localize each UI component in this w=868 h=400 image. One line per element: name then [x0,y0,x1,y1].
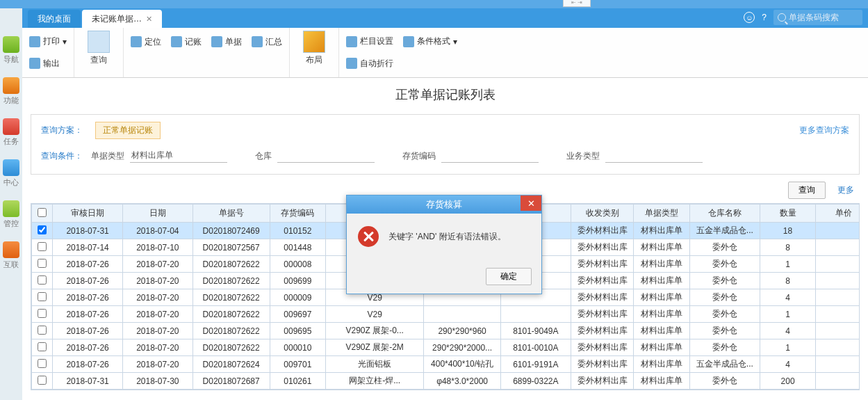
barcode-search-input[interactable] [789,13,858,22]
ribbon-toolbar: 打印 ▾ 输出 查询 定位 记账 单据 汇总 布局 栏目设置 条件格式 ▾ 自动… [22,28,868,78]
query-button-main[interactable]: 查询 [788,182,826,199]
query-button[interactable]: 查询 [81,31,116,66]
side-task[interactable]: 任务 [1,118,21,147]
cell: 委外材料出库 [571,373,634,390]
print-button[interactable]: 打印 ▾ [29,35,67,47]
cell: 2018-07-20 [122,289,193,306]
cell [816,323,860,339]
col-header[interactable]: 单据类型 [634,205,690,223]
dialog-close-button[interactable]: ✕ [521,195,541,211]
output-icon [29,58,40,69]
filter-panel: 查询方案： 正常单据记账 更多查询方案 查询条件： 单据类型材料出库单 仓库 存… [31,114,860,175]
cell [816,356,860,373]
cell: V290Z 展架-0... [326,323,424,339]
cell: 1 [760,256,816,273]
row-checkbox[interactable] [38,326,47,335]
colset-button[interactable]: 栏目设置 [346,35,393,47]
table-row[interactable]: 2018-07-262018-07-20D02018072622009697V2… [32,306,860,323]
row-checkbox[interactable] [38,242,47,251]
side-center[interactable]: 中心 [1,159,21,188]
row-checkbox[interactable] [38,225,47,234]
cond2-label: 仓库 [255,150,272,162]
output-button[interactable]: 输出 [29,58,60,70]
help-icon[interactable]: ? [762,13,767,22]
cell: D02018072687 [193,373,270,390]
cell: 2018-07-20 [122,323,193,339]
col-header[interactable]: 数量 [760,205,816,223]
close-tab-icon[interactable]: ✕ [146,10,152,28]
locate-button[interactable]: 定位 [131,36,161,48]
cell: 8101-0010A [500,339,571,356]
cell: 材料出库单 [634,323,690,339]
condfmt-button[interactable]: 条件格式 ▾ [403,35,457,47]
condfmt-icon [403,36,414,47]
cell: 8101-9049A [500,323,571,339]
cell: 200 [760,373,816,390]
layout-icon [303,31,325,53]
cell: 2018-07-26 [53,339,123,356]
autowrap-button[interactable]: 自动折行 [346,58,393,70]
cell: V290Z 展架-2M [326,339,424,356]
dialog-ok-button[interactable]: 确定 [486,268,532,285]
more-link[interactable]: 更多 [837,185,854,195]
summary-button[interactable]: 汇总 [252,36,282,48]
row-checkbox[interactable] [38,376,47,385]
col-header[interactable]: 单价 [816,205,860,223]
row-checkbox[interactable] [38,292,47,301]
tab-unposted-docs[interactable]: 未记账单据… ✕ [82,10,162,28]
cell: 2018-07-26 [53,356,123,373]
cell [816,256,860,273]
col-header[interactable]: 审核日期 [53,205,123,223]
row-checkbox[interactable] [38,342,47,351]
cond2-value[interactable] [277,149,375,163]
table-row[interactable]: 2018-07-262018-07-20D02018072622000010V2… [32,339,860,356]
cell: 2018-07-20 [122,356,193,373]
cell: 委外材料出库 [571,356,634,373]
col-header[interactable]: 单据号 [193,205,270,223]
table-row[interactable]: 2018-07-262018-07-20D02018072622009695V2… [32,323,860,339]
table-row[interactable]: 2018-07-312018-07-30D02018072687010261网架… [32,373,860,390]
post-icon [171,36,182,47]
cell: D02018072622 [193,323,270,339]
col-header[interactable]: 仓库名称 [690,205,760,223]
side-link[interactable]: 互联 [1,241,21,270]
cell [816,306,860,323]
error-dialog: 存货核算 ✕ 关键字 'AND' 附近有语法错误。 确定 [346,195,542,294]
row-checkbox[interactable] [38,275,47,285]
doc-button[interactable]: 单据 [211,36,242,48]
cell: 光面铝板 [326,356,424,373]
plan-chip[interactable]: 正常单据记账 [95,122,161,139]
cell: 6101-9191A [500,356,571,373]
post-button[interactable]: 记账 [171,36,202,48]
row-checkbox[interactable] [38,359,47,368]
col-header[interactable]: 日期 [122,205,193,223]
side-nav[interactable]: 导航 [1,36,21,65]
col-header[interactable]: 存货编码 [270,205,326,223]
cell: 4 [760,289,816,306]
cell [816,289,860,306]
row-checkbox[interactable] [38,259,47,268]
smile-icon[interactable]: ☺ [744,12,755,23]
side-func[interactable]: 功能 [1,77,21,106]
barcode-search[interactable] [773,10,862,25]
table-row[interactable]: 2018-07-262018-07-20D02018072624009701光面… [32,356,860,373]
header-checkbox[interactable] [38,208,47,217]
cell: 2018-07-20 [122,306,193,323]
row-checkbox[interactable] [38,309,47,318]
side-control[interactable]: 管控 [1,200,21,229]
tab-desktop[interactable]: 我的桌面 [28,10,81,28]
more-plans-link[interactable]: 更多查询方案 [799,125,849,136]
col-header[interactable]: 收发类别 [571,205,634,223]
cell: 4 [760,323,816,339]
cell: 材料出库单 [634,306,690,323]
cell: 五金半成品仓... [690,223,760,239]
pager-widget[interactable]: ⇤ ⇥ [563,0,591,7]
cell: 2018-07-10 [122,239,193,256]
cond1-value[interactable]: 材料出库单 [130,149,227,163]
cond4-value[interactable] [605,149,703,163]
cell [500,306,571,323]
summary-icon [252,36,263,47]
cell: 8 [760,273,816,289]
cond3-value[interactable] [441,149,539,163]
layout-button[interactable]: 布局 [297,31,331,66]
